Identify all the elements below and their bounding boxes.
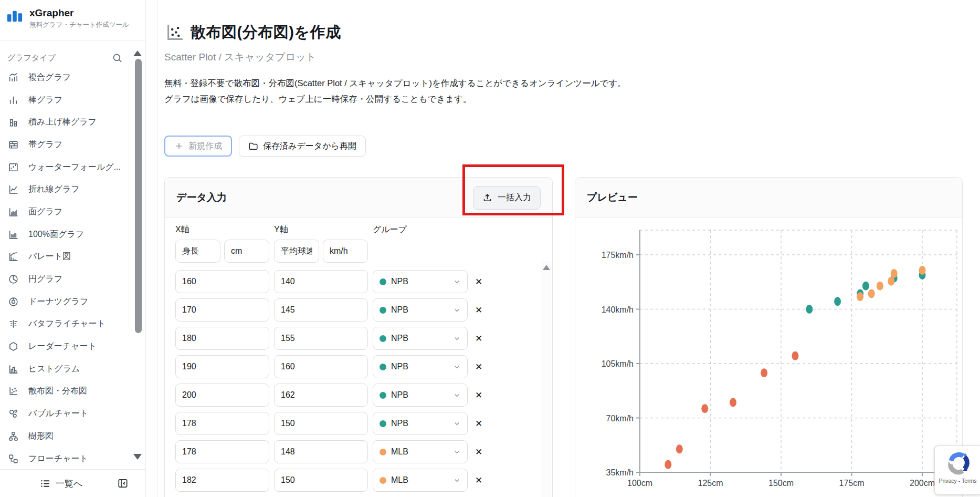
remove-row-button[interactable]: ✕ [468,361,490,373]
x-value-input[interactable] [175,298,269,322]
app-tagline: 無料グラフ・チャート作成ツール [29,20,129,29]
scatter-chart: 35km/h70km/h105km/h140km/h175km/h100cm12… [575,218,962,497]
recaptcha-badge[interactable]: Privacy - Terms [934,446,980,495]
data-panel-scroll-up-arrow[interactable] [543,265,550,270]
x-value-input[interactable] [175,355,269,378]
chevron-down-icon [453,477,461,484]
preview-panel-title: プレビュー [587,191,638,204]
x-value-input[interactable] [175,384,269,407]
group-select[interactable]: NPB [373,270,468,293]
y-axis-label-input[interactable] [274,240,319,263]
sidebar-scroll-up-arrow[interactable] [133,50,142,56]
sidebar-item-line-chart[interactable]: 折れ線グラフ [0,178,131,201]
sidebar-item-scatter-chart[interactable]: 散布図・分布図 [0,380,131,403]
sidebar-item-waterfall-chart[interactable]: ウォーターフォールグ... [0,156,131,179]
recaptcha-privacy-terms[interactable]: Privacy - Terms [935,478,980,484]
remove-row-button[interactable]: ✕ [468,304,490,316]
area-100-chart-icon [7,229,19,240]
y-value-input[interactable] [274,412,368,435]
y-value-input[interactable] [274,270,368,293]
remove-row-button[interactable]: ✕ [468,446,490,458]
group-color-dot [380,449,386,455]
axis-settings-row [175,240,542,263]
group-color-dot [380,307,386,314]
group-select[interactable]: NPB [373,384,468,407]
svg-text:100cm: 100cm [627,479,652,488]
to-list-button[interactable]: 一覧へ [40,470,82,497]
remove-row-button[interactable]: ✕ [468,276,490,288]
sidebar-item-stacked-bar-chart[interactable]: 積み上げ棒グラフ [0,111,131,133]
remove-row-button[interactable]: ✕ [468,333,490,345]
group-select[interactable]: NPB [373,355,468,378]
group-select[interactable]: MLB [373,469,468,492]
y-value-input[interactable] [274,327,368,350]
column-headers: X軸 Y軸 グループ [175,224,542,235]
app-logo[interactable]: xGrapher 無料グラフ・チャート作成ツール [6,7,129,29]
sidebar-item-area-chart[interactable]: 面グラフ [0,201,131,223]
y-value-input[interactable] [274,469,368,492]
plus-icon [174,141,184,151]
sidebar-footer: 一覧へ [0,469,145,497]
group-color-dot [380,420,386,427]
page-title: 散布図(分布図)を作成 [191,22,341,43]
x-value-input[interactable] [175,327,269,350]
donut-chart-icon [7,296,19,307]
page-subtitle: Scatter Plot / スキャッタプロット [164,50,316,64]
remove-row-button[interactable]: ✕ [468,474,490,486]
y-value-input[interactable] [274,440,368,463]
remove-row-button[interactable]: ✕ [468,418,490,430]
y-value-input[interactable] [274,298,368,322]
x-value-input[interactable] [175,412,269,435]
group-select[interactable]: NPB [373,298,468,322]
table-row: MLB✕ [175,440,542,463]
sidebar-item-area-100-chart[interactable]: 100%面グラフ [0,223,131,246]
new-create-button[interactable]: 新規作成 [164,136,232,157]
chevron-down-icon [453,335,461,343]
y-axis-unit-input[interactable] [323,240,368,263]
sidebar-item-radar-chart[interactable]: レーダーチャート [0,335,131,358]
search-icon[interactable] [112,53,123,64]
sidebar-item-combo-chart[interactable]: 複合グラフ [0,66,131,89]
sidebar-item-pie-chart[interactable]: 円グラフ [0,268,131,291]
group-select[interactable]: NPB [373,327,468,350]
group-select[interactable]: NPB [373,412,468,435]
y-value-input[interactable] [274,384,368,407]
scatter-chart-icon [7,386,19,397]
group-select[interactable]: MLB [373,440,468,463]
x-value-input[interactable] [175,270,269,293]
band-chart-icon [7,139,19,150]
y-value-input[interactable] [274,355,368,378]
graph-type-label: グラフタイプ [7,53,56,63]
remove-row-button[interactable]: ✕ [468,389,490,401]
stacked-bar-chart-icon [7,117,19,128]
x-value-input[interactable] [175,469,269,492]
sidebar-item-tree-diagram[interactable]: 樹形図 [0,425,131,448]
sidebar-item-pareto-chart[interactable]: パレート図 [0,246,131,268]
group-column-header: グループ [373,224,407,235]
sidebar-item-histogram[interactable]: ヒストグラム [0,358,131,380]
svg-text:175km/h: 175km/h [602,251,634,260]
sidebar-item-band-chart[interactable]: 帯グラフ [0,133,131,156]
sidebar-scroll-down-arrow[interactable] [133,454,142,460]
resume-saved-data-button[interactable]: 保存済みデータから再開 [239,136,366,157]
sidebar-item-butterfly-chart[interactable]: バタフライチャート [0,313,131,336]
y-axis-column-header: Y軸 [274,224,373,235]
pie-chart-icon [7,274,19,285]
x-value-input[interactable] [175,440,269,463]
app-title: xGrapher [29,7,129,19]
sidebar-item-flowchart[interactable]: フローチャート [0,448,131,470]
sidebar-item-donut-chart[interactable]: ドーナツグラフ [0,291,131,313]
sidebar-item-bar-chart[interactable]: 棒グラフ [0,89,131,111]
bubble-chart-icon [7,408,19,420]
x-axis-label-input[interactable] [175,240,220,263]
x-axis-unit-input[interactable] [224,240,269,263]
sidebar-scrollbar[interactable] [135,59,142,333]
upload-icon [482,193,492,203]
bulk-input-button[interactable]: 一括入力 [473,186,541,210]
data-panel-scrollbar[interactable] [542,261,551,497]
histogram-icon [7,363,19,375]
collapse-sidebar-icon[interactable] [117,478,129,489]
recaptcha-logo-icon [935,450,980,475]
sidebar-item-bubble-chart[interactable]: バブルチャート [0,402,131,425]
page-description: 無料・登録不要で散布図・分布図(Scatter Plot / スキャッタプロット… [164,75,626,107]
